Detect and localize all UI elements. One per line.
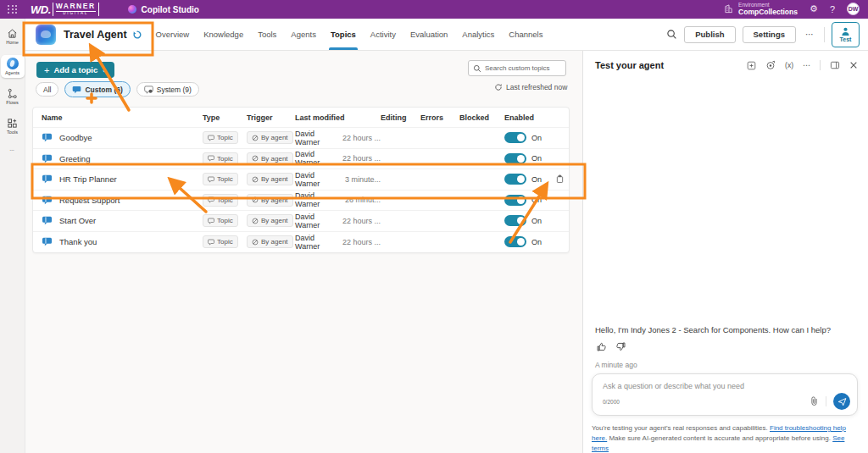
sidebar-item-label: Tools [7, 130, 18, 135]
sidebar-item-home[interactable]: Home [1, 25, 25, 47]
topic-name[interactable]: Start Over [59, 216, 96, 225]
col-name[interactable]: Name [42, 113, 203, 122]
sidebar-item-tools[interactable]: Tools [1, 115, 25, 137]
environment-picker[interactable]: Environment CompCollections [724, 2, 798, 16]
tab-knowledge[interactable]: Knowledge [203, 19, 243, 50]
test-agent-panel: Test your agent (x) ⋯ Hello, I'm Indy Jo… [582, 51, 868, 453]
filter-chip-all[interactable]: All [36, 82, 58, 97]
test-person-icon [841, 27, 850, 36]
topic-type-icon [208, 135, 214, 141]
sidebar-item-flows[interactable]: Flows [1, 86, 25, 108]
settings-button[interactable]: Settings [743, 26, 796, 43]
col-blocked[interactable]: Blocked [459, 113, 504, 122]
tab-analytics[interactable]: Analytics [462, 19, 494, 50]
more-icon[interactable]: ⋯ [803, 61, 810, 69]
copilot-studio-icon [128, 5, 136, 14]
topic-type-icon [208, 155, 214, 162]
user-avatar[interactable]: DW [847, 3, 860, 15]
enabled-toggle[interactable] [504, 132, 526, 143]
enabled-toggle[interactable] [504, 236, 526, 247]
filter-chip-system[interactable]: System (9) [136, 82, 199, 97]
by-agent-icon [252, 176, 259, 183]
enabled-toggle[interactable] [504, 174, 526, 185]
modified-time: 22 hours ... [342, 134, 381, 142]
modified-by: David Warner [295, 171, 341, 188]
publish-button[interactable]: Publish [684, 26, 735, 43]
table-row-hr-trip-planner[interactable]: HR Trip Planner Topic By agent David War… [33, 169, 569, 191]
filter-label: Custom (6) [85, 86, 122, 94]
char-counter: 0/2000 [603, 399, 620, 405]
enabled-toggle[interactable] [504, 215, 526, 226]
by-agent-icon [252, 155, 259, 162]
topic-name[interactable]: Goodbye [59, 133, 92, 142]
sidebar-item-more[interactable]: ⋯ [1, 145, 25, 155]
type-badge: Topic [203, 194, 238, 207]
track-between-topics-icon[interactable] [765, 60, 776, 70]
type-badge: Topic [203, 235, 238, 248]
thumbs-up-icon[interactable] [596, 341, 607, 352]
table-row[interactable]: Thank you Topic By agent David Warner22 … [33, 232, 569, 253]
thumbs-down-icon[interactable] [615, 341, 626, 352]
test-button[interactable]: Test [832, 22, 860, 47]
variables-icon[interactable]: (x) [785, 61, 793, 69]
topics-table: Name Type Trigger Last modified Editing … [32, 107, 570, 253]
search-custom-topics-box[interactable] [468, 60, 566, 76]
agent-tabs: Overview Knowledge Tools Agents Topics A… [156, 19, 543, 50]
chevron-down-icon: ⌄ [102, 67, 107, 74]
open-in-window-icon[interactable] [830, 61, 840, 69]
settings-gear-icon[interactable]: ⚙ [810, 3, 818, 14]
copy-clipboard-icon[interactable] [555, 174, 565, 184]
trigger-badge: By agent [247, 194, 293, 207]
tab-overview[interactable]: Overview [156, 19, 190, 50]
table-row[interactable]: Start Over Topic By agent David Warner22… [33, 211, 569, 232]
environment-icon [724, 4, 733, 14]
topic-bubble-icon [42, 216, 53, 225]
col-trigger[interactable]: Trigger [247, 113, 295, 122]
tab-topics[interactable]: Topics [331, 19, 356, 50]
disclaimer-text: Make sure AI-generated content is accura… [607, 434, 832, 442]
table-row[interactable]: Goodbye Topic By agent David Warner22 ho… [33, 128, 569, 149]
enabled-toggle[interactable] [504, 153, 526, 164]
tab-activity[interactable]: Activity [370, 19, 396, 50]
app-launcher-waffle-icon[interactable] [3, 0, 22, 19]
topic-name[interactable]: Request Support [59, 196, 120, 205]
table-row[interactable]: Request Support Topic By agent David War… [33, 191, 569, 212]
col-errors[interactable]: Errors [420, 113, 459, 122]
table-row[interactable]: Greeting Topic By agent David Warner22 h… [33, 149, 569, 170]
tab-tools[interactable]: Tools [258, 19, 276, 50]
new-chat-icon[interactable] [747, 61, 756, 70]
add-topic-button[interactable]: + Add a topic ⌄ [36, 62, 114, 78]
col-last-modified[interactable]: Last modified [295, 113, 381, 122]
topic-type-icon [208, 239, 214, 246]
topic-name[interactable]: Greeting [59, 154, 90, 163]
enabled-toggle[interactable] [504, 195, 526, 206]
attach-paperclip-icon[interactable] [810, 396, 826, 406]
close-icon[interactable] [849, 61, 858, 69]
topic-name[interactable]: Thank you [59, 237, 97, 246]
help-icon[interactable]: ? [830, 4, 835, 14]
tab-evaluation[interactable]: Evaluation [410, 19, 448, 50]
tab-channels[interactable]: Channels [509, 19, 542, 50]
search-custom-topics-input[interactable] [485, 64, 561, 72]
last-refreshed[interactable]: Last refreshed now [494, 83, 567, 91]
filter-label: All [43, 86, 51, 94]
col-enabled[interactable]: Enabled [504, 113, 569, 122]
chat-input[interactable] [603, 382, 840, 390]
topic-name[interactable]: HR Trip Planner [59, 174, 117, 184]
chat-bubble-icon [72, 86, 81, 94]
agent-header-bar: Travel Agent Overview Knowledge Tools Ag… [25, 19, 868, 51]
send-button[interactable] [833, 393, 850, 410]
sidebar-item-agents[interactable]: Agents [1, 55, 25, 78]
col-editing[interactable]: Editing [381, 113, 420, 122]
agent-avatar[interactable] [36, 25, 56, 45]
col-type[interactable]: Type [203, 113, 247, 122]
type-badge: Topic [203, 152, 238, 165]
enabled-label: On [531, 238, 542, 246]
filter-chip-custom[interactable]: Custom (6) [64, 81, 130, 97]
modified-time: 26 minut... [345, 196, 381, 204]
tab-agents[interactable]: Agents [291, 19, 316, 50]
search-icon[interactable] [666, 29, 677, 40]
logo-digital-text: DIGITAL [56, 11, 96, 16]
header-more-icon[interactable]: ⋯ [803, 30, 817, 39]
modified-time: 22 hours ... [342, 217, 381, 225]
